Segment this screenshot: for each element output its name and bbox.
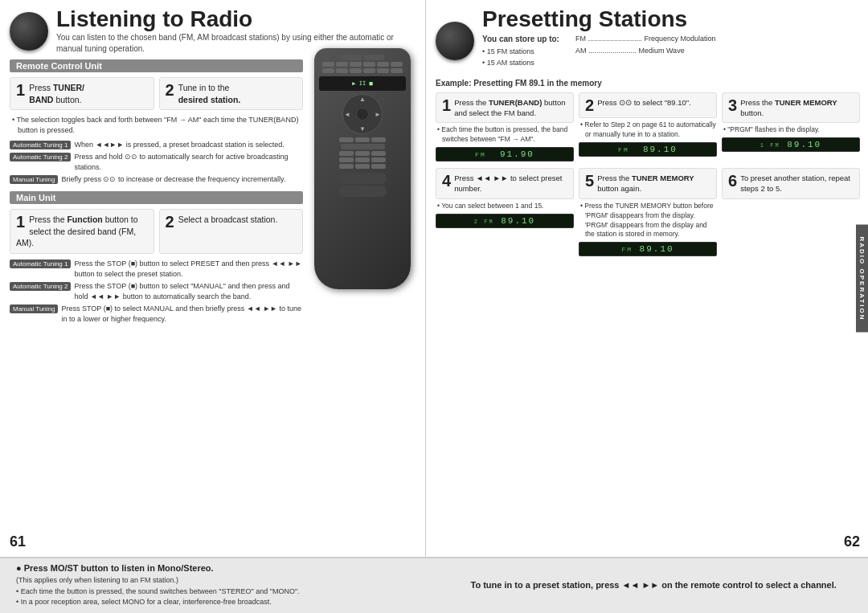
right-step-3: 3 Press the TUNER MEMORY button. <box>722 92 860 124</box>
right-step-4-note: • You can select between 1 and 15. <box>436 202 574 211</box>
fm-desc: FM ........................... Frequency… <box>575 33 716 45</box>
radio-operation-tab: RADIO OPERATION <box>856 224 868 333</box>
right-step-2-number: 2 <box>585 97 594 113</box>
right-step-5-note: • Press the TUNER MEMORY button before '… <box>579 202 717 240</box>
main-tuning-section: Automatic Tuning 1 Press the STOP (■) bu… <box>10 259 303 325</box>
auto-tuning-1-row: Automatic Tuning 1 When ◄◄►► is pressed,… <box>10 140 303 150</box>
bottom-right-section: To tune in to a preset station, press ◄◄… <box>471 580 853 592</box>
bottom-main-text-right: To tune in to a preset station, press ◄◄… <box>471 580 853 590</box>
remote-steps-row: 1 Press TUNER/BAND button. 2 Tune in to … <box>10 77 303 110</box>
right-step-1-number: 1 <box>442 97 451 113</box>
right-step-4: 4 Press ◄◄ ►► to select preset number. <box>436 168 574 199</box>
display-step-4: 2 FM 89.10 <box>436 214 574 228</box>
right-page-number: 62 <box>844 533 860 550</box>
auto-tuning-1-desc: When ◄◄►► is pressed, a preset broadcast… <box>74 140 284 150</box>
left-page-title: Listening to Radio <box>56 8 416 31</box>
right-step-2-note: • Refer to Step 2 on page 61 to automati… <box>579 121 717 140</box>
main-steps-row: 1 Press the Function button to select th… <box>10 209 303 254</box>
remote-control-visual: ▶ II ■ ▲ ▼ ◄ ► <box>306 48 419 549</box>
right-step-1: 1 Press the TUNER(BAND) button and selec… <box>436 92 574 124</box>
right-step-2-col: 2 Press ⊙⊙ to select "89.10". • Refer to… <box>579 92 717 164</box>
steps-4-6-row: 4 Press ◄◄ ►► to select preset number. •… <box>436 168 860 259</box>
right-step-6-col: 6 To preset another station, repeat step… <box>722 168 860 259</box>
remote-step-1-text: Press TUNER/BAND button. <box>16 82 148 105</box>
auto-tuning-1-label: Automatic Tuning 1 <box>10 141 71 149</box>
main-auto-tuning-1-row: Automatic Tuning 1 Press the STOP (■) bu… <box>10 259 303 279</box>
remote-step-1: 1 Press TUNER/BAND button. <box>10 77 154 110</box>
main-auto-tuning-2-row: Automatic Tuning 2 Press the STOP (■) bu… <box>10 281 303 301</box>
right-step-6-number: 6 <box>728 173 737 189</box>
right-step-3-col: 3 Press the TUNER MEMORY button. • "PRGM… <box>722 92 860 164</box>
display-step-2: FM 89.10 <box>579 142 717 157</box>
am-desc: AM ........................ Medium Wave <box>575 45 716 57</box>
main-auto-tuning-2-desc: Press the STOP (■) button to select "MAN… <box>74 281 303 301</box>
bottom-left-section: ● Press MO/ST button to listen in Mono/S… <box>16 563 398 608</box>
main-step-2: 2 Select a broadcast station. <box>159 209 304 254</box>
right-step-4-text: Press ◄◄ ►► to select preset number. <box>454 173 567 194</box>
right-step-1-col: 1 Press the TUNER(BAND) button and selec… <box>436 92 574 164</box>
remote-tuning-section: Automatic Tuning 1 When ◄◄►► is pressed,… <box>10 140 303 185</box>
auto-tuning-2-row: Automatic Tuning 2 Press and hold ⊙⊙ to … <box>10 152 303 172</box>
manual-tuning-desc: Briefly press ⊙⊙ to increase or decrease… <box>61 174 285 185</box>
remote-step-2-text: Tune in to thedesired station. <box>166 82 297 105</box>
right-step-6: 6 To preset another station, repeat step… <box>722 168 860 199</box>
right-step-2: 2 Press ⊙⊙ to select "89.10". <box>579 92 717 118</box>
main-manual-tuning-desc: Press STOP (■) to select MANUAL and then… <box>61 304 303 324</box>
right-step-4-number: 4 <box>442 173 451 189</box>
right-step-5: 5 Press the TUNER MEMORY button again. <box>579 168 717 199</box>
remote-body: ▶ II ■ ▲ ▼ ◄ ► <box>314 48 411 289</box>
right-step-5-text: Press the TUNER MEMORY button again. <box>597 173 710 194</box>
manual-tuning-label: Manual Tuning <box>10 175 58 184</box>
main-auto-tuning-1-label: Automatic Tuning 1 <box>10 260 71 268</box>
display-step-1: FM 91.90 <box>436 147 574 161</box>
main-step-1-text: Press the Function button to select the … <box>16 214 148 249</box>
main-unit-section-header: Main Unit <box>10 191 303 204</box>
remote-step-2: 2 Tune in to thedesired station. <box>159 77 304 110</box>
right-page-title: Presetting Stations <box>482 8 716 31</box>
main-step-1: 1 Press the Function button to select th… <box>10 209 154 254</box>
right-step-2-text: Press ⊙⊙ to select "89.10". <box>597 97 710 108</box>
main-step-2-number: 2 <box>166 214 174 230</box>
speaker-icon-right <box>436 22 474 60</box>
right-page: Presetting Stations You can store up to:… <box>426 0 868 557</box>
right-page-header: Presetting Stations You can store up to:… <box>436 8 860 74</box>
main-step-2-text: Select a broadcast station. <box>166 214 297 230</box>
left-page-number: 61 <box>10 533 26 550</box>
right-step-6-text: To preset another station, repeat steps … <box>740 173 854 194</box>
remote-step-1-number: 1 <box>16 82 25 98</box>
right-step-3-text: Press the TUNER MEMORY button. <box>740 97 854 119</box>
bottom-bar: ● Press MO/ST button to listen in Mono/S… <box>0 557 868 613</box>
example-label: Example: Presetting FM 89.1 in the memor… <box>436 79 860 88</box>
main-auto-tuning-1-desc: Press the STOP (■) button to select PRES… <box>74 259 303 279</box>
left-page: Listening to Radio You can listen to the… <box>0 0 426 557</box>
main-manual-tuning-label: Manual Tuning <box>10 304 58 313</box>
auto-tuning-2-label: Automatic Tuning 2 <box>10 153 71 161</box>
right-step-1-note: • Each time the button is pressed, the b… <box>436 125 574 145</box>
display-step-3: 1 FM 89.10 <box>722 137 860 152</box>
main-manual-tuning-row: Manual Tuning Press STOP (■) to select M… <box>10 304 303 324</box>
remote-bullet-note: • The selection toggles back and forth b… <box>10 115 303 135</box>
main-step-1-number: 1 <box>16 214 25 230</box>
right-step-4-col: 4 Press ◄◄ ►► to select preset number. •… <box>436 168 574 259</box>
speaker-icon-left <box>10 12 48 51</box>
bottom-main-text-left: ● Press MO/ST button to listen in Mono/S… <box>16 563 398 573</box>
right-step-5-col: 5 Press the TUNER MEMORY button again. •… <box>579 168 717 259</box>
bottom-sub-text-left: (This applies only when listening to an … <box>16 575 398 586</box>
manual-tuning-row: Manual Tuning Briefly press ⊙⊙ to increa… <box>10 174 303 185</box>
display-step-5: FM 89.10 <box>579 242 717 256</box>
auto-tuning-2-desc: Press and hold ⊙⊙ to automatically searc… <box>74 152 303 172</box>
remote-display: ▶ II ■ <box>319 76 406 91</box>
remote-step-2-number: 2 <box>166 82 174 98</box>
right-step-5-number: 5 <box>585 173 594 189</box>
right-step-3-note: • "PRGM" flashes in the display. <box>722 125 860 135</box>
right-step-1-text: Press the TUNER(BAND) button and select … <box>454 97 567 119</box>
bottom-bullet-2: • In a poor reception area, select MONO … <box>16 597 398 608</box>
remote-control-section-header: Remote Control Unit <box>10 59 303 72</box>
right-step-3-number: 3 <box>728 97 737 113</box>
steps-1-3-row: 1 Press the TUNER(BAND) button and selec… <box>436 92 860 164</box>
left-content-column: Remote Control Unit 1 Press TUNER/BAND b… <box>10 59 303 327</box>
bottom-bullet-1: • Each time the button is pressed, the s… <box>16 586 398 598</box>
main-auto-tuning-2-label: Automatic Tuning 2 <box>10 282 71 291</box>
store-up-to: You can store up to: • 15 FM stations • … <box>482 33 559 69</box>
